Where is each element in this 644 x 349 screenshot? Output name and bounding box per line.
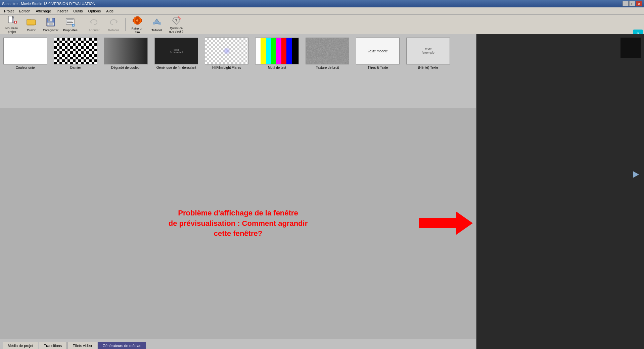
media-label-damier: Damier: [70, 66, 81, 69]
redo-button[interactable]: Rétablir: [104, 16, 123, 33]
svg-rect-15: [67, 19, 74, 20]
svg-rect-27: [141, 19, 142, 22]
whats-this-label: Qu'est-ce que c'est ?: [168, 27, 185, 33]
main-area: Couleur unie Damier Dégradé de couleur —…: [0, 34, 644, 349]
new-project-label: Nouveau projet: [3, 26, 20, 34]
toolbar-separator-2: [125, 18, 126, 31]
media-item-motif[interactable]: Motif de test: [255, 38, 299, 69]
left-panel: Couleur unie Damier Dégradé de couleur —…: [0, 34, 476, 349]
tabs: Média de projet Transitions Effets vidéo…: [0, 339, 476, 349]
svg-marker-29: [158, 22, 161, 25]
properties-label: Propriétés: [63, 28, 77, 32]
media-thumb-texture: [306, 38, 349, 64]
maximize-button[interactable]: □: [629, 1, 635, 6]
media-thumb-hitfilm: [205, 38, 248, 64]
make-film-label: Faire un film: [129, 27, 146, 34]
undo-button[interactable]: Annuler: [85, 16, 103, 33]
new-project-button[interactable]: Nouveau projet: [3, 16, 21, 33]
svg-marker-34: [633, 171, 639, 178]
svg-rect-25: [136, 23, 139, 24]
svg-rect-17: [67, 22, 73, 23]
toolbar-separator-1: [82, 18, 82, 31]
media-item-texture[interactable]: Texture de bruit: [306, 38, 349, 69]
media-item-generique[interactable]: —texte—fin déroulant Générique de fin dé…: [154, 38, 198, 69]
svg-rect-8: [27, 20, 36, 25]
tutorial-button[interactable]: Tutoriel: [148, 16, 166, 33]
svg-marker-33: [419, 211, 473, 235]
media-thumb-heritage: Textel'exemple: [406, 38, 450, 64]
svg-text:?: ?: [175, 18, 177, 23]
menu-aide[interactable]: Aide: [103, 8, 116, 14]
media-item-titres[interactable]: Texte modèle Titres & Texte: [356, 38, 400, 69]
svg-rect-16: [67, 21, 72, 21]
properties-button[interactable]: Propriétés: [61, 16, 79, 33]
whats-this-button[interactable]: ? Qu'est-ce que c'est ?: [167, 16, 185, 33]
media-gallery: Couleur unie Damier Dégradé de couleur —…: [0, 34, 476, 108]
media-thumb-damier: [54, 38, 97, 64]
svg-rect-30: [153, 22, 155, 24]
media-item-damier[interactable]: Damier: [54, 38, 97, 69]
right-panel: [476, 34, 644, 349]
svg-rect-13: [49, 23, 53, 25]
red-arrow-icon: [419, 210, 473, 237]
media-label-motif: Motif de test: [268, 66, 286, 69]
media-item-degrade[interactable]: Dégradé de couleur: [104, 38, 148, 69]
media-thumb-generique: —texte—fin déroulant: [154, 38, 198, 64]
media-item-heritage[interactable]: Textel'exemple (Hérité) Texte: [406, 38, 450, 69]
play-button[interactable]: [631, 169, 641, 180]
svg-point-23: [136, 19, 138, 21]
minimize-button[interactable]: ─: [623, 1, 629, 6]
media-thumb-motif: [255, 38, 299, 64]
svg-rect-11: [48, 18, 50, 21]
save-button[interactable]: Enregistrer: [42, 16, 60, 33]
media-label-titres: Titres & Texte: [368, 66, 388, 69]
toolbar: Nouveau projet Ouvrir Enregistrer: [0, 15, 644, 34]
undo-label: Annuler: [89, 28, 100, 32]
redo-label: Rétablir: [108, 28, 119, 32]
menu-options[interactable]: Options: [85, 8, 103, 14]
media-thumb-titres: Texte modèle: [356, 38, 400, 64]
open-label: Ouvrir: [27, 28, 36, 32]
media-thumb-couleur-unie: [3, 38, 47, 64]
media-label-couleur-unie: Couleur unie: [16, 66, 35, 69]
menu-affichage[interactable]: Affichage: [33, 8, 54, 14]
tutorial-label: Tutoriel: [151, 28, 162, 32]
media-item-couleur-unie[interactable]: Couleur unie: [3, 38, 47, 69]
tab-effets-video[interactable]: Effets vidéo: [67, 342, 97, 349]
menu-outils[interactable]: Outils: [71, 8, 85, 14]
make-film-button[interactable]: Faire un film: [128, 16, 146, 33]
title-bar: Sans titre - Movie Studio 13.0 VERSION D…: [0, 0, 644, 7]
window-title: Sans titre - Movie Studio 13.0 VERSION D…: [2, 2, 95, 6]
media-label-texture: Texture de bruit: [316, 66, 339, 69]
menu-projet[interactable]: Projet: [1, 8, 16, 14]
svg-rect-1: [8, 16, 12, 23]
tab-generateurs[interactable]: Générateurs de médias: [98, 342, 146, 349]
preview-black-box: [620, 38, 641, 58]
preview-text: Problème d'affichage de la fenêtre de pr…: [169, 208, 308, 239]
close-button[interactable]: ✕: [636, 1, 642, 6]
preview-area: Problème d'affichage de la fenêtre de pr…: [0, 108, 476, 339]
open-button[interactable]: Ouvrir: [22, 16, 40, 33]
svg-rect-26: [133, 19, 134, 22]
title-bar-controls: ─ □ ✕: [623, 1, 642, 6]
preview-window: [476, 34, 644, 349]
media-label-generique: Générique de fin déroulant: [156, 66, 196, 69]
svg-rect-32: [306, 38, 349, 64]
menu-bar: Projet Edition Affichage Insérer Outils …: [0, 7, 644, 15]
menu-edition[interactable]: Edition: [16, 8, 33, 14]
media-item-hitfilm[interactable]: HitFilm Light Flares: [205, 38, 248, 69]
media-thumb-degrade: [104, 38, 148, 64]
media-label-hitfilm: HitFilm Light Flares: [212, 66, 241, 69]
tab-transitions[interactable]: Transitions: [39, 342, 67, 349]
media-label-heritage: (Hérité) Texte: [418, 66, 438, 69]
svg-rect-24: [136, 16, 139, 18]
tab-media-projet[interactable]: Média de projet: [3, 342, 38, 349]
menu-inserer[interactable]: Insérer: [54, 8, 71, 14]
save-label: Enregistrer: [43, 28, 58, 32]
media-label-degrade: Dégradé de couleur: [111, 66, 141, 69]
